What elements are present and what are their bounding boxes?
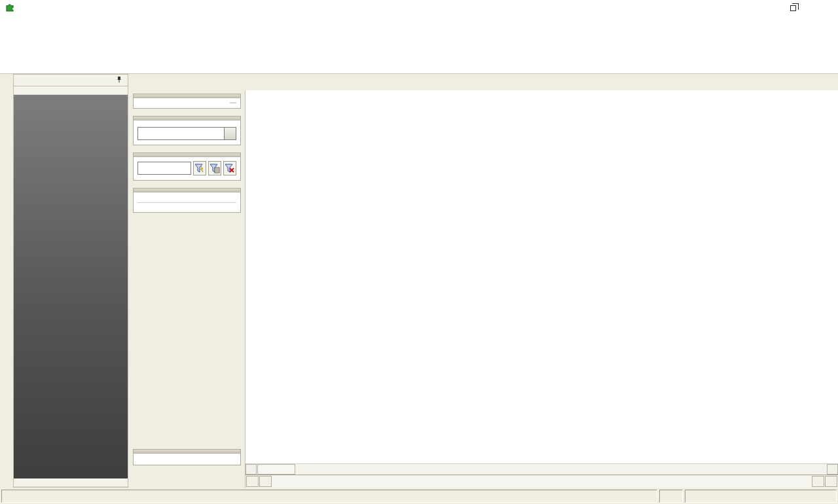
app-logo-puzzle-icon <box>5 2 15 14</box>
status-panel <box>659 490 683 503</box>
pin-icon[interactable] <box>116 76 122 85</box>
projekt-oeffnen-link[interactable] <box>137 206 236 207</box>
navigation-icon-list <box>14 95 128 478</box>
scroll-left-icon[interactable] <box>246 464 257 475</box>
data-grid <box>246 90 838 463</box>
pane-weitere-schritte <box>133 188 241 213</box>
unternehmensbereich-select[interactable] <box>137 127 236 140</box>
nav-scroll-down[interactable] <box>14 478 128 487</box>
pane-suchen <box>133 153 241 181</box>
title-bar <box>0 0 838 16</box>
filter-dialog-button[interactable] <box>208 161 221 175</box>
nav-scroll-up[interactable] <box>14 86 128 95</box>
minimize-button[interactable] <box>748 0 778 16</box>
select-value <box>138 128 224 139</box>
scroll-right-icon[interactable] <box>827 464 838 475</box>
divider <box>137 202 236 203</box>
status-bar <box>0 488 838 504</box>
window-restore-icon <box>790 5 796 11</box>
chevron-down-icon[interactable] <box>224 128 236 139</box>
pane-siehe-auch <box>133 449 241 465</box>
scrollbar-thumb[interactable] <box>257 464 295 475</box>
status-panel <box>1 490 657 503</box>
last-record-button[interactable] <box>825 476 837 487</box>
task-pane-column <box>128 90 245 488</box>
breadcrumb <box>0 47 838 74</box>
horizontal-scrollbar[interactable] <box>246 463 838 475</box>
filter-clear-button[interactable] <box>223 161 236 175</box>
module-tab-strip <box>0 74 13 488</box>
lieferant-bearbeiten-link[interactable] <box>137 198 236 199</box>
record-navigation-bar <box>246 475 838 488</box>
data-grid-panel <box>245 90 838 488</box>
document-tab-bar <box>128 74 838 90</box>
restore-button[interactable] <box>778 0 808 16</box>
close-button[interactable] <box>808 0 838 16</box>
pane-bestellumsaetze <box>133 94 241 109</box>
menu-bar <box>0 16 838 29</box>
filter-apply-button[interactable] <box>193 161 206 175</box>
next-record-button[interactable] <box>812 476 824 487</box>
previous-record-button[interactable] <box>259 476 272 487</box>
pane-filter <box>133 116 241 145</box>
print-shortcut-badge <box>230 102 236 103</box>
status-user-database <box>685 490 837 503</box>
toolbar <box>0 29 838 47</box>
navigation-header <box>14 75 128 86</box>
first-record-button[interactable] <box>246 476 259 487</box>
adressen-link[interactable] <box>137 459 236 460</box>
navigation-panel <box>13 74 128 488</box>
search-input[interactable] <box>137 162 191 175</box>
print-command[interactable] <box>137 102 236 103</box>
